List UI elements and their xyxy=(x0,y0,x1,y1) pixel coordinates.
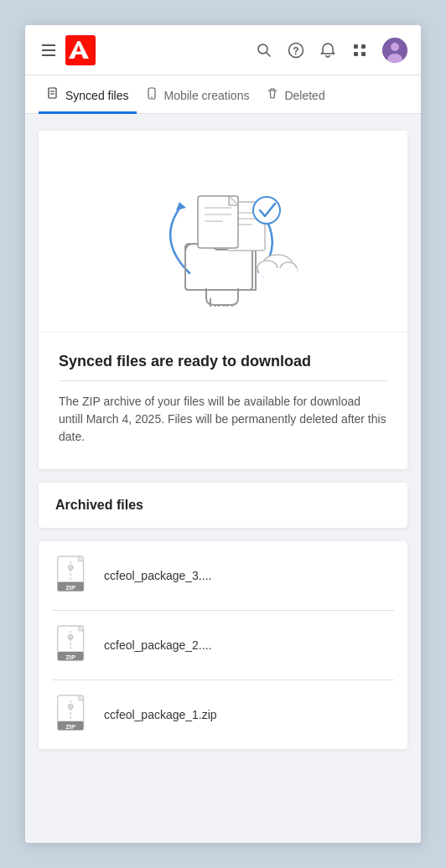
tabs-bar: Synced files Mobile creations Deleted xyxy=(25,75,421,114)
tab-synced-label: Synced files xyxy=(65,89,128,102)
apps-icon[interactable] xyxy=(350,41,369,59)
header-right: ? xyxy=(255,38,407,63)
archived-title: Archived files xyxy=(55,498,391,513)
list-item[interactable]: ZIP ccfeol_package_3.... xyxy=(39,541,407,610)
svg-rect-32 xyxy=(259,268,297,276)
info-area: Synced files are ready to download The Z… xyxy=(39,332,407,469)
illustration-area xyxy=(39,131,407,332)
list-item[interactable]: ZIP ccfeol_package_2.... xyxy=(39,611,407,679)
file-name-1: ccfeol_package_1.zip xyxy=(104,708,217,721)
svg-text:ZIP: ZIP xyxy=(65,723,75,731)
info-divider xyxy=(59,380,387,381)
file-name-3: ccfeol_package_3.... xyxy=(104,569,211,582)
synced-files-card: Synced files are ready to download The Z… xyxy=(39,131,407,469)
svg-point-16 xyxy=(152,96,153,98)
tab-deleted[interactable]: Deleted xyxy=(257,75,333,114)
help-icon[interactable]: ? xyxy=(287,41,305,59)
svg-rect-6 xyxy=(361,44,366,49)
zip-file-icon: ZIP xyxy=(55,555,92,597)
svg-rect-5 xyxy=(354,44,358,49)
svg-rect-8 xyxy=(361,52,366,56)
header: ? xyxy=(25,25,421,75)
svg-rect-12 xyxy=(49,88,56,98)
file-list: ZIP ccfeol_package_3.... ZIP xyxy=(39,541,407,749)
header-left xyxy=(39,35,96,65)
svg-text:?: ? xyxy=(293,45,298,57)
zip-file-icon: ZIP xyxy=(55,624,92,666)
svg-text:ZIP: ZIP xyxy=(65,584,75,592)
svg-point-43 xyxy=(68,635,73,640)
synced-tab-icon xyxy=(47,87,60,103)
list-item[interactable]: ZIP ccfeol_package_1.zip xyxy=(39,680,407,749)
info-title: Synced files are ready to download xyxy=(59,353,387,370)
info-text: The ZIP archive of your files will be av… xyxy=(59,393,387,446)
tab-mobile[interactable]: Mobile creations xyxy=(137,75,257,114)
svg-marker-17 xyxy=(176,202,186,210)
svg-point-1 xyxy=(258,44,267,54)
tab-synced[interactable]: Synced files xyxy=(39,75,137,114)
svg-line-2 xyxy=(267,53,270,56)
notifications-icon[interactable] xyxy=(319,41,337,59)
content-area: Synced files are ready to download The Z… xyxy=(25,114,421,843)
adobe-logo[interactable] xyxy=(65,35,96,65)
archived-files-header: Archived files xyxy=(39,483,407,528)
tab-deleted-label: Deleted xyxy=(284,89,324,102)
avatar[interactable] xyxy=(382,38,407,63)
app-window: ? xyxy=(25,25,421,843)
svg-point-10 xyxy=(391,43,399,51)
deleted-tab-icon xyxy=(266,87,279,103)
svg-point-38 xyxy=(68,566,73,571)
search-icon[interactable] xyxy=(255,41,273,59)
zip-file-icon: ZIP xyxy=(55,694,92,736)
menu-icon[interactable] xyxy=(39,41,59,59)
tab-mobile-label: Mobile creations xyxy=(163,89,249,102)
mobile-tab-icon xyxy=(145,87,158,103)
svg-text:ZIP: ZIP xyxy=(65,654,75,661)
svg-point-28 xyxy=(253,197,280,224)
svg-point-48 xyxy=(68,705,73,710)
file-name-2: ccfeol_package_2.... xyxy=(104,638,211,652)
svg-rect-7 xyxy=(354,52,358,56)
